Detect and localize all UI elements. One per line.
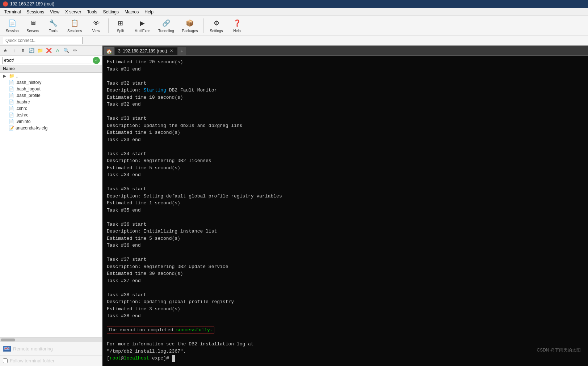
menubar: Terminal Sessions View X server Tools Se…	[0, 8, 588, 16]
path-input[interactable]	[2, 57, 91, 64]
help-label: Help	[233, 29, 241, 33]
file-icon: 📄	[9, 112, 14, 118]
session-label: Session	[6, 29, 19, 33]
scrollbar-thumb[interactable]	[1, 339, 15, 341]
terminal-wrapper: Estimated time 20 second(s) Task #31 end…	[102, 56, 588, 366]
menu-macros[interactable]: Macros	[122, 9, 142, 15]
packages-button[interactable]: 📦 Packages	[179, 17, 201, 34]
menu-tools[interactable]: Tools	[84, 9, 100, 15]
packages-label: Packages	[182, 29, 198, 33]
toolbar: 📄 Session 🖥 Servers 🔧 Tools 📋 Sessions 👁…	[0, 16, 588, 35]
term-line: Estimated time 5 second(s)	[107, 165, 584, 172]
tab-home-button[interactable]: 🏠	[104, 47, 114, 55]
multiexec-button[interactable]: ▶ MultiExec	[132, 17, 153, 34]
view-button[interactable]: 👁 View	[87, 17, 105, 34]
list-item[interactable]: 📄 .bash_profile	[0, 92, 102, 99]
follow-folder-checkbox[interactable]	[3, 358, 8, 363]
search-file-button[interactable]: 🔍	[62, 47, 70, 55]
settings-label: Settings	[210, 29, 223, 33]
prompt-host: localhost	[124, 356, 149, 361]
menu-help[interactable]: Help	[142, 9, 156, 15]
terminal-content[interactable]: Estimated time 20 second(s) Task #31 end…	[102, 56, 588, 366]
split-label: Split	[117, 29, 124, 33]
terminal-area: 🏠 3. 192.168.227.189 (root) ✕ + Estimate…	[102, 46, 588, 366]
tunneling-label: Tunneling	[158, 29, 174, 33]
path-go-button[interactable]: ✓	[93, 57, 100, 64]
tunneling-icon: 🔗	[161, 18, 171, 28]
sessions-button[interactable]: 📋 Sessions	[64, 17, 85, 34]
watermark: CSDN @下雨天的太阳	[537, 347, 581, 353]
terminal-tab[interactable]: 3. 192.168.227.189 (root) ✕	[115, 47, 177, 55]
term-line: Task #32 end	[107, 101, 584, 108]
list-item[interactable]: 📄 .bash_logout	[0, 86, 102, 92]
refresh-button[interactable]: 🔄	[28, 47, 35, 55]
up-dir-button[interactable]: ⬆	[19, 47, 27, 55]
sessions-icon: 📋	[70, 18, 80, 28]
list-item[interactable]: 📄 .cshrc	[0, 105, 102, 112]
file-item-name: .bash_history	[16, 80, 41, 85]
tab-bar: 🏠 3. 192.168.227.189 (root) ✕ +	[102, 46, 588, 56]
quickconnect-bar	[0, 35, 588, 46]
servers-button[interactable]: 🖥 Servers	[24, 17, 42, 34]
term-line: Estimated time 1 second(s)	[107, 200, 584, 207]
split-icon: ⊞	[116, 18, 126, 28]
new-tab-button[interactable]: +	[178, 47, 186, 55]
packages-icon: 📦	[185, 18, 195, 28]
list-item[interactable]: 📄 .viminfo	[0, 118, 102, 125]
split-button[interactable]: ⊞ Split	[112, 17, 130, 34]
list-item[interactable]: 📄 .bashrc	[0, 99, 102, 105]
session-icon: 📄	[7, 18, 17, 28]
term-line: Estimated time 20 second(s)	[107, 59, 584, 66]
left-panel-bottom: Remote monitoring Follow terminal folder	[0, 337, 102, 366]
upload-button[interactable]: ↑	[10, 47, 18, 55]
multiexec-icon: ▶	[137, 18, 147, 28]
help-button[interactable]: ❓ Help	[228, 17, 246, 34]
term-line: Task #31 end	[107, 66, 584, 73]
tools-button[interactable]: 🔧 Tools	[44, 17, 62, 34]
view-label: View	[92, 29, 100, 33]
quickconnect-input[interactable]	[3, 37, 83, 44]
term-line: Task #36 end	[107, 242, 584, 249]
list-item[interactable]: 📄 .bash_history	[0, 79, 102, 86]
file-list: Name ▶ 📁 .. 📄 .bash_history 📄 .bash_logo…	[0, 65, 102, 337]
menu-view[interactable]: View	[47, 9, 62, 15]
info-line1: For more information see the DB2 install…	[107, 341, 584, 348]
list-item[interactable]: ▶ 📁 ..	[0, 73, 102, 79]
sessions-label: Sessions	[67, 29, 82, 33]
menu-xserver[interactable]: X server	[62, 9, 84, 15]
rename-button[interactable]: A	[54, 47, 62, 55]
edit-button[interactable]: ✏	[71, 47, 79, 55]
term-line: Task #38 start	[107, 291, 584, 299]
term-line	[107, 334, 584, 341]
tunneling-button[interactable]: 🔗 Tunneling	[155, 17, 177, 34]
session-button[interactable]: 📄 Session	[3, 17, 22, 34]
list-item[interactable]: 📄 .tcshrc	[0, 112, 102, 118]
servers-icon: 🖥	[28, 18, 38, 28]
cursor	[172, 355, 175, 362]
delete-button[interactable]: ❌	[45, 47, 53, 55]
term-line: Description: Starting DB2 Fault Monitor	[107, 87, 584, 94]
menu-sessions[interactable]: Sessions	[24, 9, 47, 15]
term-line	[107, 179, 584, 186]
term-line	[107, 73, 584, 80]
file-toolbar: ★ ↑ ⬆ 🔄 📁 ❌ A 🔍 ✏	[0, 46, 102, 56]
view-icon: 👁	[91, 18, 101, 28]
file-icon: 📄	[9, 93, 14, 98]
favorites-button[interactable]: ★	[1, 47, 9, 55]
term-line	[107, 214, 584, 221]
list-item[interactable]: 📝 anaconda-ks.cfg	[0, 125, 102, 131]
file-icon: 📄	[9, 106, 14, 111]
menu-terminal[interactable]: Terminal	[1, 9, 24, 15]
remote-monitoring-button[interactable]: Remote monitoring	[0, 342, 102, 355]
term-line	[107, 108, 584, 115]
term-line: Task #36 start	[107, 221, 584, 228]
file-item-name: ..	[16, 73, 18, 78]
menu-settings[interactable]: Settings	[100, 9, 122, 15]
tab-close-button[interactable]: ✕	[169, 48, 174, 53]
toolbar-settings-button[interactable]: ⚙ Settings	[207, 17, 226, 34]
horizontal-scrollbar[interactable]	[0, 338, 102, 342]
term-line: Task #35 end	[107, 207, 584, 214]
file-item-name: .bashrc	[16, 99, 30, 105]
newfolder-button[interactable]: 📁	[36, 47, 44, 55]
file-item-name: .bash_logout	[16, 86, 41, 92]
